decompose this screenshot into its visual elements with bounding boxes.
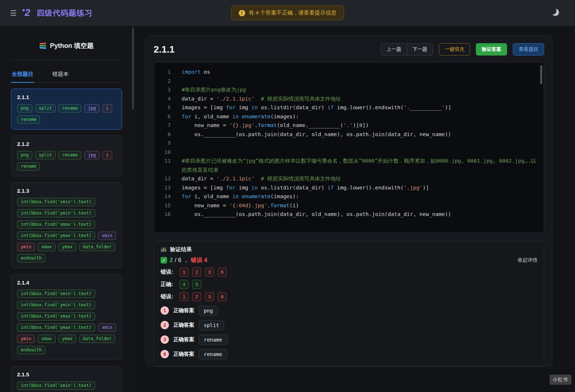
code-line: 11#将目录图片已经被修改为“jpg”格式的图片样本以数字编号重命名，数据从“0…	[154, 156, 538, 174]
blank-number-chip[interactable]: 3	[205, 268, 214, 277]
answer-tag: rename	[17, 162, 40, 171]
code-line: 12data_dir = './2.1.1pic' # 根据实际情况填写具体文件…	[154, 174, 538, 183]
code-token	[239, 193, 242, 199]
auto-fill-button[interactable]: 一键填充	[439, 43, 470, 56]
blank-input[interactable]: __________	[308, 122, 340, 128]
question-card-2.1.4[interactable]: 2.1.4int(bbox.find('xmin').text)int(bbox…	[11, 274, 122, 360]
answer-tag: int(bbox.find('ymax').text)	[17, 323, 95, 332]
code-token: #将目录图片已经被修改为“jpg”格式的图片样本以数字编号重命名，数据从“000…	[182, 158, 536, 173]
sidebar-title: Python 填空题	[11, 37, 122, 60]
tab-all-questions[interactable]: 全部题目	[11, 68, 34, 83]
question-card-2.1.1[interactable]: 2.1.1pngsplitrenamejpgirename	[11, 89, 122, 130]
answer-tag: i	[102, 104, 112, 113]
code-line-content: #将目录图片已经被修改为“jpg”格式的图片样本以数字编号重命名，数据从“000…	[182, 156, 538, 174]
code-token: .	[255, 122, 258, 128]
blank-number-chip[interactable]: 2	[192, 268, 201, 277]
code-line-content: for i, old_name in enumerate(images):	[182, 192, 538, 201]
layout: Python 填空题 全部题目 错题本 2.1.1pngsplitrenamej…	[0, 26, 575, 392]
blank-number-chip[interactable]: 6	[218, 292, 227, 301]
question-tags: int(bbox.find('xmin').text)int(bbox.find…	[17, 198, 116, 262]
collapse-details-link[interactable]: 收起详情	[518, 257, 537, 264]
menu-icon[interactable]: ☰	[10, 9, 17, 17]
code-scrollbar-thumb[interactable]	[540, 65, 542, 84]
blank-number-chip[interactable]: 1	[179, 292, 189, 301]
blank-input[interactable]: __________	[204, 211, 235, 217]
code-token: data_dir =	[182, 176, 216, 181]
blank-number-chip[interactable]: 3	[205, 292, 214, 301]
code-token: '	[442, 105, 445, 110]
code-line: 4data_dir = './2.1.1pic' # 根据实际情况填写具体文件地…	[154, 94, 538, 103]
code-line: 13images = [img for img in os.listdir(da…	[154, 183, 538, 192]
view-question-button[interactable]: 查看题目	[513, 43, 544, 56]
answer-number-badge: 6	[161, 350, 169, 358]
code-line: 6for i, old_name in enumerate(images):	[154, 112, 538, 121]
verify-answers-button[interactable]: 验证答案	[476, 43, 507, 56]
code-line: 1import os	[154, 68, 538, 77]
code-editor[interactable]: 1import os23#将目录图片png修改为jpg4data_dir = '…	[154, 62, 544, 233]
code-token: )]	[445, 105, 451, 110]
answer-tag: int(bbox.find('ymin').text)	[17, 209, 95, 217]
blank-number-chip[interactable]: 6	[218, 268, 227, 277]
question-id: 2.1.5	[17, 371, 116, 377]
dark-mode-toggle-icon[interactable]	[552, 9, 559, 16]
answer-tag: endswith	[17, 254, 45, 262]
main-area: 2.1.1 上一题 下一题 一键填充 验证答案 查看题目 1import os2…	[134, 26, 575, 392]
code-line: 8 os.__________(os.path.join(data_dir, o…	[154, 130, 538, 139]
question-card-2.1.5[interactable]: 2.1.5int(bbox.find('xmin').text)int(bbox…	[11, 366, 122, 392]
answer-tag: int(bbox.find('xmin').text)	[17, 290, 95, 298]
code-token: in	[251, 185, 258, 191]
wrong-blanks-row: 错误:1236	[161, 268, 537, 277]
correct-blanks-row: 正确:45	[161, 280, 537, 289]
code-line-content: new_name = '{:04d}.jpg'.format(i)	[182, 201, 538, 210]
code-line-content	[182, 77, 538, 86]
code-token: new_name =	[182, 122, 229, 128]
app-title: 四级代码题练习	[37, 8, 93, 18]
code-token: # 根据实际情况填写具体文件地址	[261, 176, 341, 181]
code-token: img	[235, 105, 251, 110]
blank-number-chip[interactable]: 2	[192, 292, 201, 301]
line-number: 7	[154, 121, 171, 130]
tab-wrong-book[interactable]: 错题本	[52, 68, 69, 82]
code-line-content: data_dir = './2.1.1pic' # 根据实际情况填写具体文件地址	[182, 94, 538, 103]
code-token: for	[226, 105, 235, 110]
blank-number-chip[interactable]: 4	[179, 280, 189, 289]
code-line: 5images = [img for img in os.listdir(dat…	[154, 103, 538, 112]
error-count-text: 错误 4	[191, 257, 207, 264]
results-panel: 验证结果 ✓ 2 / 6 ， 错误 4 收起详情 错误:1236正确:45错误:…	[154, 241, 544, 366]
code-line: 2	[154, 77, 538, 86]
answer-tag: split	[35, 104, 56, 113]
code-token: )]	[423, 185, 429, 191]
answer-tag: int(bbox.find('xmin').text)	[17, 381, 95, 390]
question-card-2.1.3[interactable]: 2.1.3int(bbox.find('xmin').text)int(bbox…	[11, 182, 122, 268]
next-question-button[interactable]: 下一题	[407, 44, 433, 55]
blank-number-chip[interactable]: 1	[179, 268, 189, 277]
code-line-content: #将目录图片png修改为jpg	[182, 85, 538, 94]
blank-input[interactable]: __________	[410, 105, 442, 110]
question-card-2.1.2[interactable]: 2.1.2pngsplitrenamejpgirename	[11, 135, 122, 176]
blank-input[interactable]: __________	[204, 131, 235, 137]
blank-number-chip[interactable]: 5	[192, 280, 201, 289]
code-token: (old_name.	[277, 122, 308, 128]
question-id: 2.1.4	[17, 279, 116, 286]
question-id: 2.1.1	[17, 94, 116, 100]
code-token: for	[182, 114, 191, 119]
answer-list: 1正确答案png2正确答案split3正确答案rename6正确答案rename	[161, 306, 537, 359]
code-token: if	[328, 185, 334, 191]
code-token: os.	[182, 131, 204, 137]
code-token: format	[258, 122, 277, 128]
sidebar-scrollbar[interactable]	[132, 28, 134, 109]
check-icon: ✓	[161, 257, 167, 264]
line-number: 14	[154, 192, 171, 201]
code-token: '.'	[343, 122, 353, 128]
code-token: (os.path.join(data_dir, old_name), os.pa…	[235, 131, 451, 137]
answer-tag: int(bbox.find('xmax').text)	[17, 220, 95, 229]
prev-question-button[interactable]: 上一题	[381, 44, 407, 55]
score-comma: ，	[183, 257, 189, 264]
question-id: 2.1.3	[17, 188, 116, 194]
question-panel: 2.1.1 上一题 下一题 一键填充 验证答案 查看题目 1import os2…	[145, 36, 552, 367]
code-token: in	[232, 114, 239, 119]
result-rows: 错误:1236正确:45错误:1236	[161, 268, 537, 301]
correct-answer-row: 3正确答案rename	[161, 335, 537, 345]
code-token: )[	[353, 122, 359, 128]
answer-tag: endswith	[17, 346, 45, 354]
